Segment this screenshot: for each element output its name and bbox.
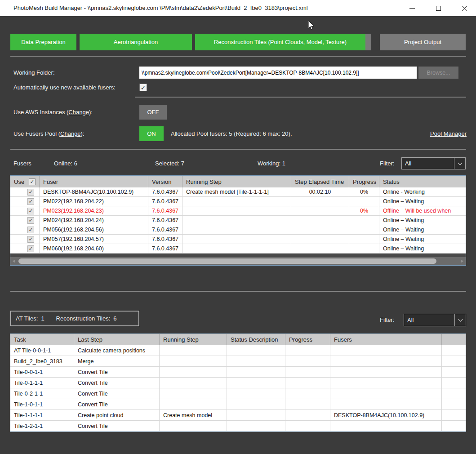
fuser-row-offline[interactable]: ✓ PM023(192.168.204.23) 7.6.0.4367 0% Of… bbox=[10, 206, 466, 216]
fuser-use-checkbox[interactable]: ✓ bbox=[27, 198, 34, 205]
task-last-step: Create point cloud bbox=[74, 410, 160, 421]
fuser-use-checkbox[interactable]: ✓ bbox=[27, 189, 34, 196]
task-fusers bbox=[330, 421, 442, 432]
fuser-row[interactable]: ✓ PM024(192.168.204.24) 7.6.0.4367 Onlin… bbox=[10, 216, 466, 225]
fuser-row[interactable]: ✓ PM022(192.168.204.22) 7.6.0.4367 Onlin… bbox=[10, 197, 466, 206]
task-row[interactable]: AT Tile-0-0-1-1 Calculate camera positio… bbox=[10, 345, 466, 356]
task-row[interactable]: Tile-0-2-1-1 Convert Tile bbox=[10, 388, 466, 399]
fuser-elapsed bbox=[291, 235, 349, 244]
tab-aerotriangulation[interactable]: Aerotriangulation bbox=[80, 34, 192, 50]
fuser-use-checkbox[interactable]: ✓ bbox=[27, 217, 34, 224]
close-button[interactable] bbox=[454, 0, 475, 16]
fusers-filter-dropdown[interactable]: All bbox=[401, 157, 466, 169]
tab-reconstruction-tiles[interactable]: Reconstruction Tiles (Point Clouds, Mode… bbox=[195, 34, 365, 50]
pool-manager-link[interactable]: Pool Manager bbox=[430, 126, 467, 141]
fuser-row[interactable]: ✓ PM056(192.168.204.56) 7.6.0.4367 Onlin… bbox=[10, 225, 466, 235]
col-last-step[interactable]: Last Step bbox=[74, 334, 160, 345]
chevron-down-icon bbox=[458, 160, 462, 165]
auto-fusers-checkbox[interactable]: ✓ bbox=[139, 84, 147, 91]
use-all-checkbox[interactable]: ✓ bbox=[29, 178, 36, 185]
fusers-pool-label: Use Fusers Pool (Change): bbox=[13, 126, 85, 141]
col-progress[interactable]: Progress bbox=[349, 176, 379, 187]
task-row[interactable]: Tile-0-0-1-1 Convert Tile bbox=[10, 367, 466, 378]
tiles-filter-dropdown[interactable]: All bbox=[404, 314, 466, 326]
minimize-button[interactable] bbox=[402, 0, 423, 16]
aws-toggle-off[interactable]: OFF bbox=[139, 105, 167, 120]
fuser-row[interactable]: ✓ PM057(192.168.204.57) 7.6.0.4367 Onlin… bbox=[10, 235, 466, 244]
fuser-version: 7.6.0.4367 bbox=[148, 225, 182, 235]
fuser-version: 7.6.0.4367 bbox=[148, 187, 182, 197]
col-fusers[interactable]: Fusers bbox=[330, 334, 442, 345]
col-status[interactable]: Status bbox=[379, 176, 466, 187]
task-row[interactable]: Build_2_Ibe0_3183 Merge bbox=[10, 356, 466, 367]
task-extra bbox=[442, 356, 466, 367]
use-cell: ✓ bbox=[10, 206, 40, 216]
col-version[interactable]: Version bbox=[148, 176, 182, 187]
tab-reconstruction-tiles-wrap: Reconstruction Tiles (Point Clouds, Mode… bbox=[195, 34, 371, 50]
col-use[interactable]: Use✓ bbox=[10, 176, 40, 187]
task-running-step bbox=[160, 388, 227, 399]
task-extra bbox=[442, 345, 466, 356]
task-row[interactable]: Tile-1-0-1-1 Convert Tile bbox=[10, 399, 466, 410]
fuser-version: 7.6.0.4367 bbox=[148, 197, 182, 206]
col-progress[interactable]: Progress bbox=[285, 334, 330, 345]
task-last-step: Convert Tile bbox=[74, 367, 160, 378]
task-name: Tile-1-2-1-1 bbox=[10, 421, 74, 432]
pool-label-prefix: Use Fusers Pool ( bbox=[13, 130, 60, 137]
checkmark-icon: ✓ bbox=[28, 208, 33, 214]
pool-toggle-on[interactable]: ON bbox=[139, 126, 164, 141]
fuser-row[interactable]: ✓ PM060(192.168.204.60) 7.6.0.4367 Onlin… bbox=[10, 244, 466, 254]
scroll-left-icon[interactable] bbox=[13, 259, 15, 263]
fuser-row[interactable]: ✓ DESKTOP-8BM4AJC(10.100.102.9) 7.6.0.43… bbox=[10, 187, 466, 197]
task-progress bbox=[285, 388, 330, 399]
col-task[interactable]: Task bbox=[10, 334, 74, 345]
maximize-button[interactable] bbox=[428, 0, 449, 16]
pool-change-link[interactable]: Change bbox=[60, 130, 81, 137]
col-fuser[interactable]: Fuser bbox=[40, 176, 148, 187]
pool-label-suffix: ): bbox=[81, 130, 85, 137]
fuser-progress bbox=[349, 244, 379, 254]
aws-change-link[interactable]: Change bbox=[68, 109, 89, 116]
use-cell: ✓ bbox=[10, 187, 40, 197]
tab-project-output[interactable]: Project Output bbox=[380, 34, 466, 50]
task-row[interactable]: Tile-0-1-1-1 Convert Tile bbox=[10, 378, 466, 388]
col-status-description[interactable]: Status Description bbox=[227, 334, 285, 345]
browse-button[interactable]: Browse... bbox=[418, 67, 458, 79]
task-status-desc bbox=[227, 356, 285, 367]
allocated-pool-fusers-text: Allocated Pool fusers: 5 (Required: 6 ma… bbox=[171, 126, 292, 141]
task-extra bbox=[442, 399, 466, 410]
fuser-elapsed: 00:02:10 bbox=[291, 187, 349, 197]
task-row[interactable]: Tile-1-2-1-1 Convert Tile bbox=[10, 421, 466, 432]
recon-tiles-value: 6 bbox=[113, 315, 116, 322]
scrollbar-thumb[interactable] bbox=[18, 258, 436, 264]
task-extra bbox=[442, 410, 466, 421]
task-row-active[interactable]: Tile-1-1-1-1 Create point cloud Create m… bbox=[10, 410, 466, 421]
fusers-section-title: Fusers bbox=[13, 157, 31, 170]
checkmark-icon: ✓ bbox=[30, 178, 35, 185]
fuser-use-checkbox[interactable]: ✓ bbox=[27, 245, 34, 252]
task-name: Tile-0-1-1-1 bbox=[10, 378, 74, 388]
task-running-step bbox=[160, 421, 227, 432]
use-cell: ✓ bbox=[10, 244, 40, 254]
checkmark-icon: ✓ bbox=[141, 84, 146, 91]
task-fusers bbox=[330, 388, 442, 399]
fuser-use-checkbox[interactable]: ✓ bbox=[27, 227, 34, 233]
tiles-filter-value: All bbox=[404, 314, 454, 326]
task-last-step: Convert Tile bbox=[74, 378, 160, 388]
dropdown-arrow-button[interactable] bbox=[454, 314, 466, 326]
task-name: Tile-0-0-1-1 bbox=[10, 367, 74, 378]
task-fusers bbox=[330, 356, 442, 367]
scroll-right-icon[interactable] bbox=[461, 259, 463, 263]
fuser-elapsed bbox=[291, 216, 349, 225]
task-status-desc bbox=[227, 399, 285, 410]
working-folder-input[interactable] bbox=[139, 67, 417, 79]
tab-data-preparation[interactable]: Data Preparation bbox=[10, 34, 76, 50]
fuser-use-checkbox[interactable]: ✓ bbox=[27, 236, 34, 243]
horizontal-scrollbar[interactable] bbox=[10, 257, 466, 265]
fusers-table-header: Use✓ Fuser Version Running Step Step Ela… bbox=[10, 176, 466, 187]
col-running-step[interactable]: Running Step bbox=[160, 334, 227, 345]
fuser-use-checkbox[interactable]: ✓ bbox=[27, 208, 34, 214]
col-step-elapsed-time[interactable]: Step Elapsed Time bbox=[291, 176, 349, 187]
col-running-step[interactable]: Running Step bbox=[182, 176, 291, 187]
dropdown-arrow-button[interactable] bbox=[454, 158, 465, 169]
